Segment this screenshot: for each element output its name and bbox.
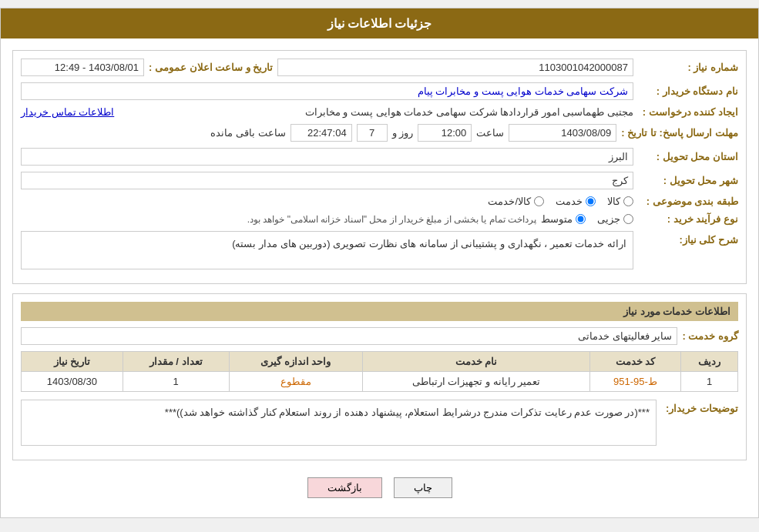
cell-unit: مقطوع: [229, 372, 363, 392]
col-service-name: نام خدمت: [363, 352, 589, 372]
cell-quantity: 1: [123, 372, 229, 392]
niyaz-number-value: 1103001042000087: [277, 59, 633, 76]
purchase-motavaset: متوسط: [541, 213, 586, 225]
main-info-section: شماره نیاز : 1103001042000087 تاریخ و سا…: [12, 50, 747, 284]
category-row: طبقه بندی موضوعی : کالا خدمت کالا/خدمت: [21, 196, 738, 207]
cell-date: 1403/08/30: [22, 372, 123, 392]
table-header-row: ردیف کد خدمت نام خدمت واحد اندازه گیری ت…: [22, 352, 738, 372]
buying-org-row: نام دستگاه خریدار : شرکت سهامی خدمات هوا…: [21, 82, 738, 100]
col-date: تاریخ نیاز: [22, 352, 123, 372]
purchase-type-label: نوع فرآیند خرید :: [638, 213, 738, 225]
pub-date-value: 1403/08/01 - 12:49: [21, 59, 144, 76]
description-row: شرح کلی نیاز: ارائه خدمات تعمیر ، نگهدار…: [21, 231, 738, 269]
category-label: طبقه بندی موضوعی :: [638, 196, 738, 207]
services-section: اطلاعات خدمات مورد نیاز گروه خدمت : سایر…: [12, 293, 747, 460]
purchase-radio-group: جزیی متوسط: [541, 213, 633, 225]
creator-row: ایجاد کننده درخواست : مجتبی طهماسبی امور…: [21, 106, 738, 118]
radio-jozi-label: جزیی: [597, 213, 620, 225]
city-row: شهر محل تحویل : کرج: [21, 172, 738, 189]
group-label: گروه خدمت :: [682, 330, 738, 342]
cell-row-num: 1: [681, 372, 738, 392]
niyaz-number-row: شماره نیاز : 1103001042000087 تاریخ و سا…: [21, 59, 738, 76]
category-khedmat: خدمت: [556, 196, 596, 207]
radio-kala[interactable]: [623, 196, 633, 206]
category-kala: کالا: [607, 196, 633, 207]
radio-kala-khedmat[interactable]: [534, 196, 544, 206]
services-table: ردیف کد خدمت نام خدمت واحد اندازه گیری ت…: [21, 351, 738, 392]
radio-kala-khedmat-label: کالا/خدمت: [488, 196, 531, 207]
radio-khedmat[interactable]: [586, 196, 596, 206]
purchase-type-row: نوع فرآیند خرید : جزیی متوسط پرداخت تمام…: [21, 213, 738, 225]
deadline-date: 1403/08/09: [509, 124, 616, 142]
radio-motavaset[interactable]: [576, 214, 586, 224]
description-value: ارائه خدمات تعمیر ، نگهداری و پشتیبانی ا…: [21, 231, 633, 269]
creator-link[interactable]: اطلاعات تماس خریدار: [21, 106, 114, 118]
deadline-unit-label: ساعت: [476, 127, 504, 139]
countdown-label: ساعت باقی مانده: [210, 127, 285, 139]
niyaz-number-label: شماره نیاز :: [638, 62, 738, 73]
category-kala-khedmat: کالا/خدمت: [488, 196, 544, 207]
buyer-notes-row: توضیحات خریدار: ***(در صورت عدم رعایت تذ…: [21, 400, 738, 446]
creator-name: مجتبی طهماسبی امور قراردادها شرکت سهامی …: [119, 106, 633, 118]
city-value: کرج: [21, 172, 633, 189]
col-service-code: کد خدمت: [589, 352, 681, 372]
group-value: سایر فعالیتهای خدماتی: [21, 327, 677, 345]
description-label: شرح کلی نیاز:: [638, 231, 738, 246]
print-button[interactable]: چاپ: [394, 477, 452, 498]
button-row: چاپ بازگشت: [12, 470, 747, 506]
buyer-notes-label: توضیحات خریدار:: [661, 400, 738, 414]
cell-service-name: تعمیر رایانه و تجهیزات ارتباطی: [363, 372, 589, 392]
creator-label: ایجاد کننده درخواست :: [638, 106, 738, 118]
group-row: گروه خدمت : سایر فعالیتهای خدماتی: [21, 327, 738, 345]
pub-date-label: تاریخ و ساعت اعلان عمومی :: [149, 62, 273, 73]
col-row-num: ردیف: [681, 352, 738, 372]
back-button[interactable]: بازگشت: [307, 477, 382, 498]
countdown: 22:47:04: [291, 124, 352, 142]
deadline-days: 7: [357, 124, 388, 142]
deadline-time: 12:00: [418, 124, 472, 142]
cell-service-code: ط-95-951: [589, 372, 681, 392]
deadline-label: مهلت ارسال پاسخ: تا تاریخ :: [621, 127, 738, 139]
radio-khedmat-label: خدمت: [556, 196, 583, 207]
services-section-title: اطلاعات خدمات مورد نیاز: [21, 302, 738, 321]
province-label: استان محل تحویل :: [638, 151, 738, 162]
radio-jozi[interactable]: [623, 214, 633, 224]
province-value: البرز: [21, 148, 633, 166]
table-row: 1 ط-95-951 تعمیر رایانه و تجهیزات ارتباط…: [22, 372, 738, 392]
col-quantity: تعداد / مقدار: [123, 352, 229, 372]
purchase-jozi: جزیی: [597, 213, 633, 225]
page-title: جزئیات اطلاعات نیاز: [1, 8, 758, 38]
buying-org-value: شرکت سهامی خدمات هوایی پست و مخابرات پیا…: [21, 82, 633, 100]
buying-org-label: نام دستگاه خریدار :: [638, 85, 738, 97]
city-label: شهر محل تحویل :: [638, 175, 738, 186]
col-unit: واحد اندازه گیری: [229, 352, 363, 372]
buyer-notes-value: ***(در صورت عدم رعایت تذکرات مندرج درشرا…: [21, 400, 657, 446]
radio-kala-label: کالا: [607, 196, 620, 207]
province-row: استان محل تحویل : البرز: [21, 148, 738, 166]
radio-motavaset-label: متوسط: [541, 213, 573, 225]
deadline-days-label: روز و: [392, 127, 414, 139]
purchase-notice: پرداخت تمام یا بخشی از مبلغ خریدار از مح…: [21, 214, 536, 225]
category-radio-group: کالا خدمت کالا/خدمت: [488, 196, 633, 207]
deadline-row: مهلت ارسال پاسخ: تا تاریخ : 1403/08/09 س…: [21, 124, 738, 142]
